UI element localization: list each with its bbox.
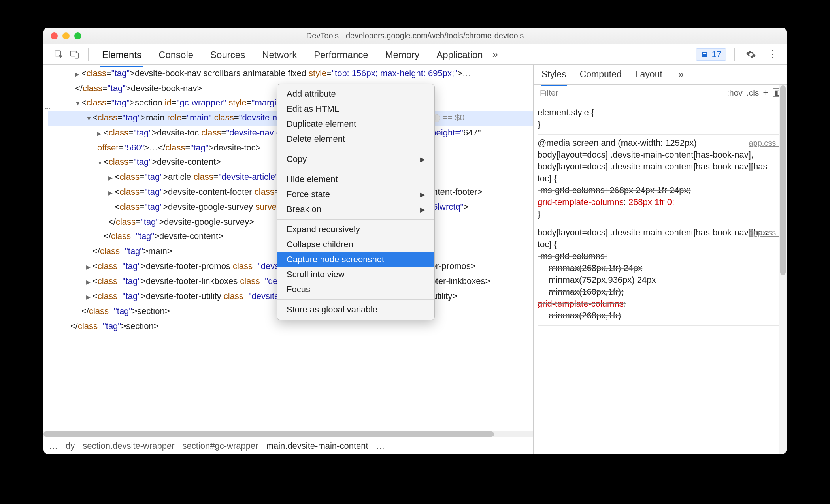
rule-selector: element.style { [538,107,783,118]
style-rule[interactable]: app.css:1@media screen and (max-width: 1… [538,135,783,224]
selected-node-indicator: == $0 [442,113,464,122]
context-menu-item[interactable]: Capture node screenshot [277,252,434,267]
panel-tabs: ElementsConsoleSourcesNetworkPerformance… [96,45,485,64]
toolbar-separator [734,48,735,61]
context-menu-item[interactable]: Duplicate element [277,117,434,132]
device-toggle-icon[interactable] [69,49,80,60]
context-menu-separator [277,149,434,149]
titlebar: DevTools - developers.google.com/web/too… [43,28,787,44]
submenu-arrow-icon: ▶ [420,206,425,213]
panel-tab-console[interactable]: Console [157,45,195,64]
rule-selector: body[layout=docs] .devsite-main-content[… [538,227,783,250]
breadcrumb-item[interactable]: section.devsite-wrapper [83,441,174,451]
dom-node[interactable]: </class="tag">section> [48,319,533,334]
context-menu-item[interactable]: Add attribute [277,87,434,102]
rule-source-link[interactable]: app.css:1 [749,137,783,149]
panel-tab-sources[interactable]: Sources [209,45,247,64]
issues-icon [701,51,709,58]
context-menu-item[interactable]: Store as global variable [277,302,434,317]
styles-filter-input[interactable] [538,87,723,99]
styles-rules[interactable]: element.style {}app.css:1@media screen a… [534,101,787,454]
breadcrumb-item[interactable]: section#gc-wrapper [183,441,258,451]
style-rule[interactable]: app.css:1body[layout=docs] .devsite-main… [538,224,783,326]
style-rule[interactable]: element.style {} [538,104,783,135]
svg-rect-5 [703,55,706,55]
style-declaration[interactable]: grid-template-columns: 268px 1fr 0; [538,196,783,208]
issues-badge[interactable]: 17 [696,48,726,61]
context-menu-separator [277,299,434,300]
new-style-rule-button[interactable]: + [763,87,769,99]
issues-count: 17 [712,49,721,60]
style-declaration[interactable]: minmax(752px,936px) 24px [538,274,783,286]
expand-toggle-icon[interactable]: ▶ [108,171,115,185]
more-tabs-icon[interactable]: » [489,47,501,62]
context-menu-item[interactable]: Focus [277,282,434,297]
style-declaration[interactable]: grid-template-columns: [538,298,783,310]
expand-toggle-icon[interactable]: ▶ [86,290,92,304]
toolbar-separator [88,48,89,61]
rule-close-brace: } [538,118,783,130]
rule-selector: body[layout=docs] .devsite-main-content[… [538,149,783,184]
minimize-window-button[interactable] [62,32,70,39]
more-options-icon[interactable]: ⋮ [764,47,781,62]
expand-toggle-icon[interactable]: ▼ [97,156,104,170]
window-title: DevTools - developers.google.com/web/too… [43,31,787,40]
expand-toggle-icon[interactable]: ▶ [97,126,104,141]
context-menu-item[interactable]: Copy▶ [277,152,434,167]
svg-rect-4 [703,53,706,54]
styles-vertical-scrollbar[interactable] [779,85,787,454]
styles-more-tabs-icon[interactable]: » [675,67,687,82]
panel-tab-network[interactable]: Network [260,45,298,64]
style-declaration[interactable]: minmax(268px,1fr) 24px [538,262,783,274]
panel-tab-application[interactable]: Application [435,45,484,64]
style-declaration[interactable]: -ms-grid-columns: [538,250,783,262]
main-toolbar: ElementsConsoleSourcesNetworkPerformance… [43,44,787,65]
crumbs-more-right[interactable]: … [376,441,385,451]
settings-gear-icon[interactable] [743,48,759,61]
expand-toggle-icon[interactable]: ▶ [86,275,92,289]
crumbs-more-left[interactable]: … [49,441,58,451]
svg-rect-2 [75,53,79,58]
pseudo-hov-button[interactable]: :hov [727,88,743,98]
gutter-ellipsis: … [45,100,50,114]
expand-toggle-icon[interactable]: ▼ [75,96,81,111]
styles-tab-styles[interactable]: Styles [541,66,567,83]
rule-source-link[interactable]: app.css:1 [749,227,783,239]
expand-toggle-icon[interactable]: ▶ [108,186,115,200]
close-window-button[interactable] [51,32,58,39]
breadcrumb: …dysection.devsite-wrappersection#gc-wra… [43,437,533,454]
context-menu-item[interactable]: Scroll into view [277,267,434,282]
panel-tab-elements[interactable]: Elements [100,45,143,64]
styles-toolbar: :hov .cls + ◧ [534,85,787,101]
expand-toggle-icon[interactable]: ▼ [86,111,92,126]
context-menu-item[interactable]: Expand recursively [277,222,434,237]
context-menu-item[interactable]: Edit as HTML [277,102,434,117]
breadcrumb-item[interactable]: main.devsite-main-content [266,441,368,451]
cls-toggle-button[interactable]: .cls [747,88,759,98]
inspect-element-icon[interactable] [53,49,64,60]
styles-panel: StylesComputedLayout» :hov .cls + ◧ elem… [534,65,787,454]
expand-toggle-icon[interactable]: ▶ [86,260,92,274]
context-menu-item[interactable]: Hide element [277,172,434,187]
devtools-window: DevTools - developers.google.com/web/too… [43,28,787,454]
style-declaration[interactable]: minmax(268px,1fr) [538,310,783,322]
rule-close-brace: } [538,208,783,220]
context-menu-item[interactable]: Collapse children [277,237,434,252]
context-menu-separator [277,219,434,220]
breadcrumb-item[interactable]: dy [66,441,75,451]
context-menu-item[interactable]: Force state▶ [277,187,434,202]
dom-horizontal-scrollbar[interactable] [43,431,533,437]
elements-panel: ▶<class="tag">devsite-book-nav scrollbar… [43,65,534,454]
submenu-arrow-icon: ▶ [420,156,425,163]
style-declaration[interactable]: minmax(160px,1fr); [538,286,783,298]
style-declaration[interactable]: -ms-grid-columns: 268px 24px 1fr 24px; [538,184,783,196]
expand-toggle-icon[interactable]: ▶ [75,67,81,81]
panel-tab-memory[interactable]: Memory [384,45,421,64]
context-menu-item[interactable]: Delete element [277,132,434,147]
styles-tab-layout[interactable]: Layout [634,66,663,83]
panel-tab-performance[interactable]: Performance [312,45,370,64]
zoom-window-button[interactable] [74,32,81,39]
context-menu: Add attributeEdit as HTMLDuplicate eleme… [277,84,435,320]
styles-tab-computed[interactable]: Computed [579,66,622,83]
context-menu-item[interactable]: Break on▶ [277,202,434,217]
